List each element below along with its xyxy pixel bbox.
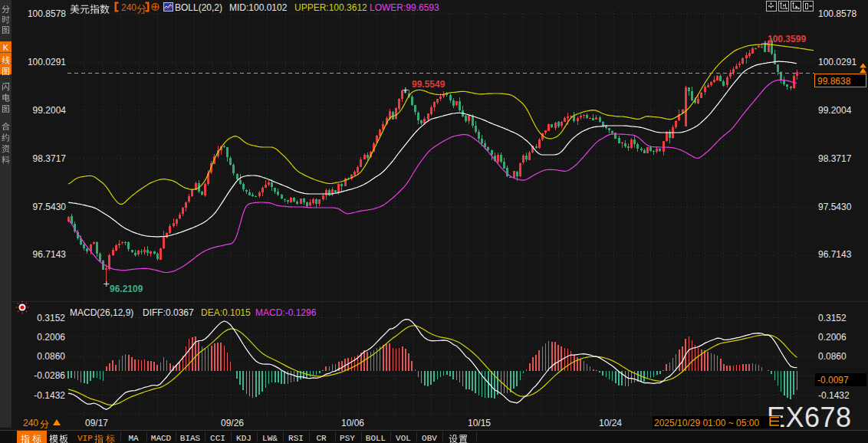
svg-text:K: K <box>3 43 9 52</box>
svg-text:99.5549: 99.5549 <box>412 79 446 90</box>
svg-text:100.3599: 100.3599 <box>768 34 806 44</box>
svg-text:97.5430: 97.5430 <box>818 202 852 212</box>
svg-text:0.2006: 0.2006 <box>37 332 65 343</box>
svg-text:10/06: 10/06 <box>341 418 364 428</box>
svg-text:0.2006: 0.2006 <box>818 332 847 343</box>
svg-text:96.7143: 96.7143 <box>818 249 852 260</box>
svg-text:VOL: VOL <box>396 434 411 443</box>
svg-text:10/15: 10/15 <box>468 418 491 428</box>
svg-text:0.0860: 0.0860 <box>818 351 847 362</box>
svg-text:240: 240 <box>121 2 136 13</box>
svg-text:BOLL: BOLL <box>366 434 386 443</box>
svg-text:09/26: 09/26 <box>221 418 244 428</box>
svg-text:RSI: RSI <box>288 434 304 443</box>
svg-text:-0.0097: -0.0097 <box>817 375 849 386</box>
svg-text:-0.0286: -0.0286 <box>34 370 65 381</box>
svg-text:100.0291: 100.0291 <box>818 57 856 67</box>
svg-text:DEA:0.1015: DEA:0.1015 <box>201 307 251 318</box>
svg-text:DIFF:0.0367: DIFF:0.0367 <box>143 307 194 318</box>
svg-text:99.2004: 99.2004 <box>818 105 852 116</box>
svg-text:100.8578: 100.8578 <box>818 8 856 19</box>
svg-text:MA: MA <box>128 434 139 443</box>
svg-text:KDJ: KDJ <box>236 434 252 443</box>
svg-text:2025/10/29 01:00 ~ 05:00: 2025/10/29 01:00 ~ 05:00 <box>654 418 759 428</box>
svg-text:100.0291: 100.0291 <box>28 57 66 67</box>
svg-text:OBV: OBV <box>422 434 437 443</box>
svg-text:-0.1432: -0.1432 <box>818 390 850 401</box>
svg-text:0.3152: 0.3152 <box>37 313 65 323</box>
svg-text:UPPER:100.3612: UPPER:100.3612 <box>294 2 367 13</box>
svg-text:240: 240 <box>23 418 38 428</box>
svg-text:97.5430: 97.5430 <box>33 202 67 212</box>
svg-text:98.3717: 98.3717 <box>33 153 67 164</box>
svg-text:LW&: LW& <box>262 434 278 443</box>
svg-text:96.2109: 96.2109 <box>110 284 143 294</box>
svg-text:VIP: VIP <box>77 434 93 443</box>
svg-text:99.8638: 99.8638 <box>817 76 851 87</box>
svg-text:PSY: PSY <box>340 434 355 443</box>
svg-text:BOLL(20,2): BOLL(20,2) <box>175 2 222 13</box>
svg-text:09/17: 09/17 <box>85 418 108 428</box>
svg-text:MID:100.0102: MID:100.0102 <box>229 2 288 13</box>
svg-text:MACD: MACD <box>151 434 172 443</box>
svg-text:99.2004: 99.2004 <box>33 105 67 116</box>
svg-text:96.7143: 96.7143 <box>33 249 67 260</box>
svg-text:MACD:-0.1296: MACD:-0.1296 <box>255 307 317 318</box>
svg-text:CR: CR <box>316 434 327 443</box>
svg-text:100.8578: 100.8578 <box>28 8 66 19</box>
svg-text:MACD(26,12,9): MACD(26,12,9) <box>70 307 133 318</box>
svg-text:LOWER:99.6593: LOWER:99.6593 <box>370 2 439 13</box>
svg-text:10/24: 10/24 <box>599 418 622 428</box>
svg-text:BIAS: BIAS <box>180 434 201 443</box>
svg-text:0.0860: 0.0860 <box>37 351 65 362</box>
svg-text:0.3152: 0.3152 <box>818 313 847 323</box>
svg-text:98.3717: 98.3717 <box>818 153 852 164</box>
svg-text:CCI: CCI <box>210 434 225 443</box>
svg-text:-0.1432: -0.1432 <box>34 390 65 401</box>
